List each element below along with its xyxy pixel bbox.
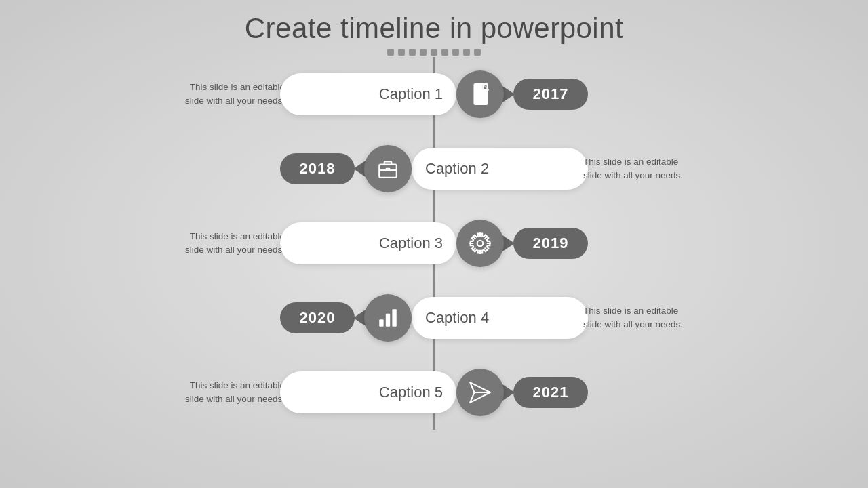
timeline: This slide is an editableslide with all … bbox=[0, 57, 868, 430]
dot bbox=[409, 49, 416, 56]
row-content-4: 2020 Caption 4 bbox=[280, 294, 588, 342]
year-label-1: 2017 bbox=[533, 85, 569, 103]
year-badge-3: 2019 bbox=[513, 228, 588, 259]
caption-label-5: Caption 5 bbox=[379, 384, 443, 401]
icon-circle-3 bbox=[456, 220, 504, 267]
caption-pill-2: Caption 2 bbox=[412, 148, 588, 190]
dot bbox=[398, 49, 405, 56]
svg-rect-8 bbox=[379, 319, 383, 327]
document-icon bbox=[469, 83, 492, 106]
caption-label-3: Caption 3 bbox=[379, 235, 443, 252]
year-label-4: 2020 bbox=[300, 309, 336, 327]
chart-icon bbox=[376, 306, 399, 329]
icon-circle-1 bbox=[456, 70, 504, 118]
dots-row bbox=[387, 49, 481, 56]
dot bbox=[431, 49, 437, 56]
timeline-row-4: 2020 Caption 4 This slide is an editable… bbox=[0, 281, 868, 355]
row-content-1: Caption 1 2017 bbox=[280, 70, 588, 118]
year-badge-4: 2020 bbox=[280, 302, 355, 333]
caption-label-2: Caption 2 bbox=[425, 160, 489, 178]
dot bbox=[441, 49, 448, 56]
page-title: Create timeline in powerpoint bbox=[245, 12, 623, 45]
timeline-row-2: 2018 Caption 2 This slide is an editable… bbox=[0, 131, 868, 206]
dot bbox=[387, 49, 394, 56]
dot bbox=[420, 49, 427, 56]
dot bbox=[474, 49, 481, 56]
caption-label-1: Caption 1 bbox=[379, 85, 443, 103]
side-text-2: This slide is an editableslide with all … bbox=[583, 155, 698, 183]
timeline-row-5: This slide is an editableslide with all … bbox=[0, 355, 868, 430]
caption-pill-5: Caption 5 bbox=[280, 371, 456, 413]
side-text-4: This slide is an editableslide with all … bbox=[583, 304, 698, 332]
year-badge-5: 2021 bbox=[513, 377, 588, 408]
svg-point-7 bbox=[477, 241, 484, 247]
briefcase-icon bbox=[376, 157, 399, 180]
gear-icon bbox=[469, 232, 492, 255]
side-text-1: This slide is an editableslide with all … bbox=[170, 81, 285, 108]
year-badge-2: 2018 bbox=[280, 153, 355, 184]
dot bbox=[452, 49, 459, 56]
caption-pill-1: Caption 1 bbox=[280, 73, 456, 115]
side-text-5: This slide is an editableslide with all … bbox=[170, 379, 285, 407]
year-label-2: 2018 bbox=[300, 160, 336, 178]
row-content-2: 2018 Caption 2 bbox=[280, 145, 588, 192]
year-badge-1: 2017 bbox=[513, 79, 588, 110]
caption-pill-3: Caption 3 bbox=[280, 222, 456, 264]
caption-label-4: Caption 4 bbox=[425, 309, 489, 327]
icon-circle-5 bbox=[456, 369, 504, 416]
timeline-row-1: This slide is an editableslide with all … bbox=[0, 57, 868, 131]
timeline-row-3: This slide is an editableslide with all … bbox=[0, 206, 868, 281]
year-label-3: 2019 bbox=[533, 235, 569, 252]
dot bbox=[463, 49, 470, 56]
row-content-5: Caption 5 2021 bbox=[280, 369, 588, 416]
icon-circle-4 bbox=[364, 294, 412, 342]
row-content-3: Caption 3 2019 bbox=[280, 220, 588, 267]
side-text-3: This slide is an editableslide with all … bbox=[170, 230, 285, 258]
send-icon bbox=[469, 381, 492, 404]
caption-pill-4: Caption 4 bbox=[412, 297, 588, 339]
icon-circle-2 bbox=[364, 145, 412, 192]
year-label-5: 2021 bbox=[533, 384, 569, 401]
svg-rect-10 bbox=[392, 309, 396, 327]
svg-rect-9 bbox=[386, 314, 390, 327]
